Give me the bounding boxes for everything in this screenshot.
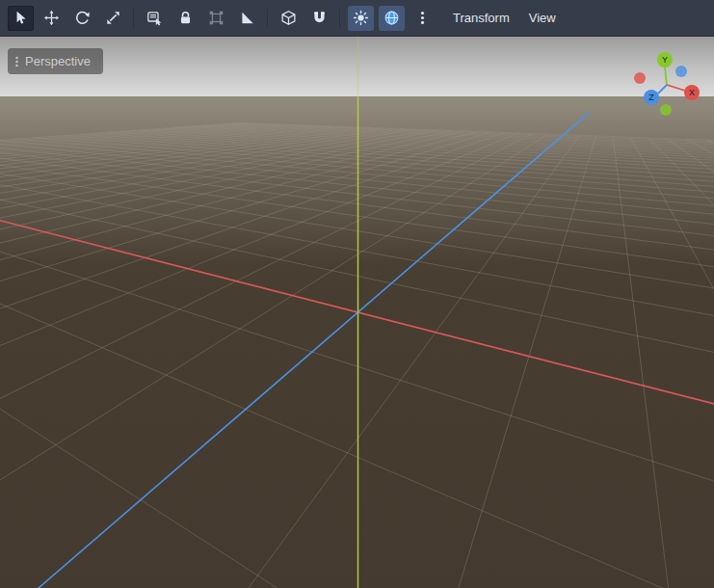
group-icon: [208, 10, 225, 26]
projection-label: Perspective: [25, 54, 91, 68]
toolbar-menus: TransformView: [443, 11, 566, 25]
move-icon: [43, 10, 60, 26]
gizmo-y-negative-handle[interactable]: [660, 104, 672, 116]
list-select-icon: [146, 10, 163, 26]
3d-editor-toolbar: TransformView: [0, 0, 714, 37]
use-local-space-button[interactable]: [276, 6, 302, 31]
gizmo-y-label: Y: [662, 55, 668, 65]
gizmo-z-negative-handle[interactable]: [675, 66, 687, 77]
toolbar-separator: [267, 9, 268, 28]
viewport-3d[interactable]: [0, 37, 714, 588]
gizmo-y-axis-line: [665, 67, 667, 85]
ruler-button[interactable]: [234, 6, 260, 31]
horizon-fog: [0, 96, 714, 263]
snap-icon: [311, 10, 328, 26]
projection-selector[interactable]: Perspective: [8, 48, 103, 74]
preview-environment-button[interactable]: [379, 6, 405, 31]
gizmo-x-negative-handle[interactable]: [634, 72, 646, 84]
gizmo-x-axis-line: [667, 85, 685, 91]
kebab-icon: [414, 10, 431, 26]
gizmo-z-label: Z: [648, 93, 654, 102]
kebab-icon: [14, 54, 19, 69]
scale-icon: [105, 10, 121, 26]
view-menu[interactable]: View: [519, 11, 566, 25]
orientation-gizmo[interactable]: YXZ: [617, 42, 705, 123]
cube-icon: [280, 10, 297, 26]
sky: [0, 37, 714, 96]
scale-mode-button[interactable]: [100, 6, 126, 31]
sun-environment-settings-button[interactable]: [410, 6, 436, 31]
move-mode-button[interactable]: [39, 6, 65, 31]
lock-icon: [177, 10, 194, 26]
rotate-icon: [74, 10, 91, 26]
group-nodes-button[interactable]: [203, 6, 229, 31]
rotate-mode-button[interactable]: [69, 6, 95, 31]
3d-viewport-panel: Perspective YXZ: [0, 37, 714, 588]
toolbar-separator: [133, 9, 134, 28]
transform-menu[interactable]: Transform: [443, 11, 519, 25]
gizmo-z-axis-line: [658, 85, 667, 94]
use-snap-button[interactable]: [306, 6, 332, 31]
globe-icon: [383, 10, 400, 26]
toolbar-buttons: [5, 6, 437, 31]
select-mode-button[interactable]: [8, 6, 34, 31]
lock-node-button[interactable]: [172, 6, 198, 31]
preview-sunlight-button[interactable]: [348, 6, 374, 31]
ruler-icon: [239, 10, 255, 26]
list-select-button[interactable]: [142, 6, 168, 31]
gizmo-x-label: X: [689, 88, 695, 97]
sun-icon: [353, 10, 369, 26]
toolbar-separator: [339, 9, 340, 28]
cursor-icon: [13, 10, 29, 26]
